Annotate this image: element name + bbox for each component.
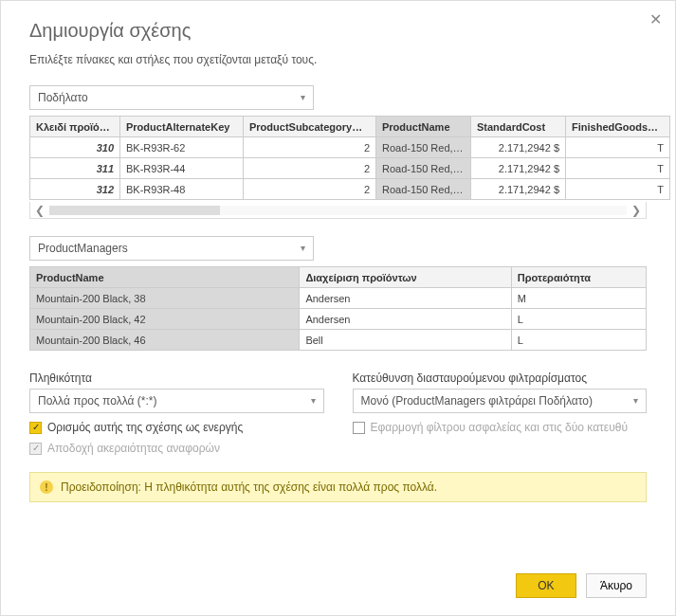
table-row[interactable]: 312 BK-R93R-48 2 Road-150 Red, 48 2.171,… [30, 179, 670, 200]
ok-button[interactable]: OK [516, 573, 576, 598]
warning-banner: ! Προειδοποίηση: Η πληθικότητα αυτής της… [29, 472, 647, 502]
dialog-subtitle: Επιλέξτε πίνακες και στήλες που σχετίζον… [29, 53, 647, 66]
table2-col-pri[interactable]: Προτεραιότητα [511, 267, 646, 288]
table1-col-alt[interactable]: ProductAlternateKey [120, 117, 244, 137]
table-row[interactable]: Mountain-200 Black, 38 Andersen M [30, 288, 647, 309]
cancel-button[interactable]: Άκυρο [586, 573, 647, 598]
crossfilter-label: Κατεύθυνση διασταυρούμενου φιλτραρίσματο… [353, 371, 648, 385]
crossfilter-value: Μονό (ProductManagers φιλτράρει Ποδήλατο… [361, 390, 594, 412]
table-row[interactable]: Mountain-200 Black, 46 Bell L [30, 330, 647, 351]
table1-col-cost[interactable]: StandardCost [471, 117, 566, 137]
table1-col-name[interactable]: ProductName [376, 117, 471, 137]
table-row[interactable]: Mountain-200 Black, 42 Andersen L [30, 309, 647, 330]
scroll-thumb[interactable] [49, 206, 220, 215]
security-label: Εφαρμογή φίλτρου ασφαλείας και στις δύο … [371, 421, 629, 434]
cardinality-label: Πληθικότητα [29, 371, 324, 385]
warning-text: Προειδοποίηση: Η πληθικότητα αυτής της σ… [61, 480, 437, 494]
checkbox-active[interactable]: ✓ [29, 422, 42, 434]
dialog-title: Δημιουργία σχέσης [29, 20, 647, 42]
chevron-down-icon: ▾ [633, 390, 638, 412]
scroll-right-icon[interactable]: ❯ [627, 204, 646, 217]
table2-col-mgr[interactable]: Διαχείριση προϊόντων [300, 267, 511, 288]
crossfilter-dropdown[interactable]: Μονό (ProductManagers φιλτράρει Ποδήλατο… [353, 389, 648, 413]
table1-col-sub[interactable]: ProductSubcategoryKey [244, 117, 376, 137]
cardinality-dropdown[interactable]: Πολλά προς πολλά (*:*) ▾ [29, 389, 324, 413]
table1-col-key[interactable]: Κλειδί προϊόντος [30, 117, 120, 137]
table2-grid: ProductName Διαχείριση προϊόντων Προτερα… [29, 266, 647, 351]
security-checkbox-row: ✓ Εφαρμογή φίλτρου ασφαλείας και στις δύ… [353, 421, 648, 434]
table1-selector-value: Ποδήλατο [38, 86, 88, 109]
table2-col-name[interactable]: ProductName [30, 267, 300, 288]
close-icon[interactable]: ✕ [649, 10, 662, 28]
cardinality-value: Πολλά προς πολλά (*:*) [38, 390, 156, 412]
table-row[interactable]: 311 BK-R93R-44 2 Road-150 Red, 44 2.171,… [30, 158, 670, 179]
integrity-checkbox-row: ✓ Αποδοχή ακεραιότητας αναφορών [29, 442, 324, 455]
table1-selector[interactable]: Ποδήλατο ▾ [29, 85, 314, 110]
integrity-label: Αποδοχή ακεραιότητας αναφορών [47, 442, 220, 455]
table2-selector-value: ProductManagers [38, 237, 128, 260]
warning-icon: ! [40, 480, 53, 494]
chevron-down-icon: ▾ [301, 86, 305, 109]
active-checkbox-row[interactable]: ✓ Ορισμός αυτής της σχέσης ως ενεργής [29, 421, 324, 434]
table1-grid: Κλειδί προϊόντος ProductAlternateKey Pro… [29, 116, 670, 200]
chevron-down-icon: ▾ [301, 237, 305, 260]
checkbox-integrity: ✓ [29, 443, 42, 455]
chevron-down-icon: ▾ [311, 390, 316, 412]
checkbox-security: ✓ [353, 422, 365, 434]
table1-hscroll[interactable]: ❮ ❯ [29, 202, 647, 219]
scroll-left-icon[interactable]: ❮ [30, 204, 49, 217]
table2-header-row: ProductName Διαχείριση προϊόντων Προτερα… [30, 267, 647, 288]
table-row[interactable]: 310 BK-R93R-62 2 Road-150 Red, 62 2.171,… [30, 137, 670, 158]
table2-selector[interactable]: ProductManagers ▾ [29, 236, 314, 261]
table1-header-row: Κλειδί προϊόντος ProductAlternateKey Pro… [30, 117, 670, 137]
table1-col-flag[interactable]: FinishedGoodsFlag [566, 117, 670, 137]
active-label: Ορισμός αυτής της σχέσης ως ενεργής [47, 421, 243, 434]
scroll-track[interactable] [49, 206, 627, 215]
